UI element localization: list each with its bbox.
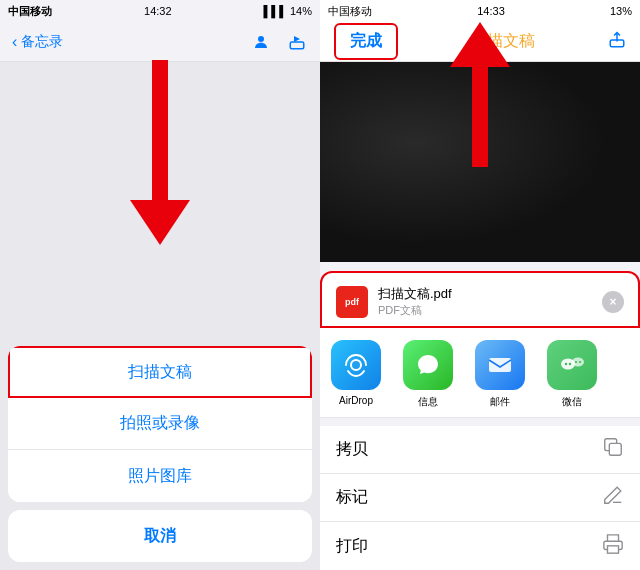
file-type: PDF文稿 [378, 303, 452, 318]
svg-point-8 [569, 363, 571, 365]
mail-app[interactable]: 邮件 [464, 340, 536, 409]
left-nav-bar: ‹ 备忘录 [0, 22, 320, 62]
print-icon [602, 533, 624, 560]
right-share-icon[interactable] [608, 31, 626, 53]
share-sheet: pdf 扫描文稿.pdf PDF文稿 × [320, 271, 640, 570]
svg-rect-11 [609, 443, 621, 455]
airdrop-icon [331, 340, 381, 390]
signal-icon: ▌▌▌ [264, 5, 287, 17]
arrow-body [152, 60, 168, 200]
share-icon[interactable] [286, 31, 308, 53]
right-carrier: 中国移动 [328, 4, 372, 19]
back-button[interactable]: ‹ 备忘录 [12, 33, 63, 51]
cancel-button[interactable]: 取消 [8, 510, 312, 562]
left-status-bar: 中国移动 14:32 ▌▌▌ 14% [0, 0, 320, 22]
svg-point-6 [572, 358, 584, 367]
take-photo-button[interactable]: 拍照或录像 [8, 398, 312, 450]
left-time: 14:32 [144, 5, 172, 17]
action-cancel-group: 取消 [8, 510, 312, 562]
svg-rect-4 [489, 358, 511, 372]
file-name: 扫描文稿.pdf [378, 285, 452, 303]
mail-icon [475, 340, 525, 390]
svg-point-9 [575, 361, 577, 363]
back-label: 备忘录 [21, 33, 63, 51]
right-status-bar: 中国移动 14:33 13% [320, 0, 640, 22]
close-share-button[interactable]: × [602, 291, 624, 313]
done-button-highlight: 完成 [334, 23, 398, 60]
left-carrier: 中国移动 [8, 4, 52, 19]
svg-point-3 [351, 360, 361, 370]
print-label: 打印 [336, 536, 368, 557]
action-sheet: 扫描文稿 拍照或录像 照片图库 取消 [0, 346, 320, 570]
arrow-head-up [450, 22, 510, 67]
chevron-left-icon: ‹ [12, 33, 17, 51]
markup-icon [602, 484, 624, 511]
messages-label: 信息 [418, 395, 438, 409]
person-icon[interactable] [250, 31, 272, 53]
airdrop-label: AirDrop [339, 395, 373, 406]
messages-icon [403, 340, 453, 390]
red-arrow-up [450, 22, 510, 167]
wechat-icon [547, 340, 597, 390]
markup-action[interactable]: 标记 [320, 474, 640, 522]
right-phone-panel: 中国移动 14:33 13% 完成 扫描文稿 pdf [320, 0, 640, 570]
copy-action[interactable]: 拷贝 [320, 426, 640, 474]
action-sheet-group: 扫描文稿 拍照或录像 照片图库 [8, 346, 312, 502]
print-action[interactable]: 打印 [320, 522, 640, 570]
left-phone-panel: 中国移动 14:32 ▌▌▌ 14% ‹ 备忘录 [0, 0, 320, 570]
right-time: 14:33 [477, 5, 505, 17]
messages-app[interactable]: 信息 [392, 340, 464, 409]
wechat-label: 微信 [562, 395, 582, 409]
share-header: pdf 扫描文稿.pdf PDF文稿 × [320, 271, 640, 328]
svg-point-10 [579, 361, 581, 363]
right-battery: 13% [610, 5, 632, 17]
pdf-icon: pdf [336, 286, 368, 318]
wechat-app[interactable]: 微信 [536, 340, 608, 409]
scan-doc-button[interactable]: 扫描文稿 [8, 346, 312, 398]
svg-point-7 [565, 363, 567, 365]
arrow-head [130, 200, 190, 245]
svg-rect-12 [608, 545, 619, 552]
copy-icon [602, 436, 624, 463]
share-file-info: pdf 扫描文稿.pdf PDF文稿 [336, 285, 452, 318]
arrow-body-up [472, 67, 488, 167]
share-apps-row: AirDrop 信息 邮件 [320, 328, 640, 418]
copy-label: 拷贝 [336, 439, 368, 460]
red-arrow-down [130, 60, 190, 245]
svg-point-0 [258, 36, 264, 42]
file-meta: 扫描文稿.pdf PDF文稿 [378, 285, 452, 318]
photo-library-button[interactable]: 照片图库 [8, 450, 312, 502]
markup-label: 标记 [336, 487, 368, 508]
done-button[interactable]: 完成 [342, 27, 390, 56]
svg-rect-1 [290, 42, 304, 49]
airdrop-app[interactable]: AirDrop [320, 340, 392, 409]
nav-icons [250, 31, 308, 53]
mail-label: 邮件 [490, 395, 510, 409]
share-actions: 拷贝 标记 打印 [320, 426, 640, 570]
left-battery: ▌▌▌ 14% [264, 5, 312, 17]
